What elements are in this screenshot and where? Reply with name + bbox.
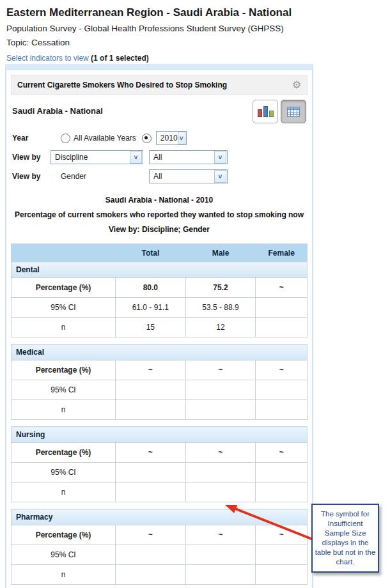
section-spacer-row bbox=[12, 420, 308, 427]
value-cell: ~ bbox=[185, 360, 256, 380]
value-cell: ~ bbox=[115, 525, 185, 545]
gender-filter-value: All bbox=[153, 172, 162, 181]
row-label: Percentage (%) bbox=[12, 525, 116, 545]
row-label: 95% CI bbox=[12, 298, 116, 318]
table-header-row: TotalMaleFemale bbox=[12, 244, 308, 262]
section-spacer-row bbox=[12, 502, 308, 509]
section-name: Medical bbox=[12, 344, 308, 360]
value-cell bbox=[256, 463, 308, 483]
value-cell bbox=[185, 545, 256, 565]
year-label: Year bbox=[12, 134, 51, 143]
value-cell bbox=[256, 565, 308, 585]
value-cell bbox=[115, 565, 185, 585]
value-cell: 75.2 bbox=[185, 278, 256, 298]
table-row: Percentage (%)~~~ bbox=[12, 360, 308, 380]
viewby-discipline-row: View by Discipline ˅ All ˅ bbox=[12, 150, 308, 165]
bar-chart-icon bbox=[258, 106, 274, 117]
table-title-line2: Percentage of current smokers who report… bbox=[11, 208, 308, 222]
table-title-line3: View by: Discipline; Gender bbox=[11, 222, 308, 237]
value-cell bbox=[185, 380, 256, 400]
annotation-callout: The symbol for Insufficient Sample Size … bbox=[311, 504, 379, 573]
table-grid-icon bbox=[287, 107, 300, 117]
value-cell bbox=[256, 318, 308, 337]
region-row: Saudi Arabia - National bbox=[12, 100, 306, 127]
table-corner-cell bbox=[12, 244, 116, 262]
indicator-select-row: Select indicators to view (1 of 1 select… bbox=[6, 54, 390, 63]
column-header: Male bbox=[185, 244, 256, 262]
all-years-radio[interactable] bbox=[61, 134, 70, 143]
table-row: n1512 bbox=[12, 318, 308, 337]
value-cell: ~ bbox=[256, 443, 308, 463]
all-years-radio-label[interactable]: All Available Years bbox=[74, 134, 136, 143]
value-cell: 15 bbox=[115, 318, 185, 337]
panel-title: Current Cigarette Smokers Who Desired to… bbox=[17, 81, 227, 89]
row-label: Percentage (%) bbox=[12, 443, 116, 463]
row-label: n bbox=[12, 400, 116, 420]
section-spacer-row bbox=[12, 337, 308, 344]
survey-subtitle: Population Survey - Global Health Profes… bbox=[6, 24, 390, 33]
table-row: Percentage (%)80.075.2~ bbox=[12, 278, 308, 298]
value-cell: 12 bbox=[185, 318, 256, 337]
row-label: n bbox=[12, 483, 116, 502]
table-row: 95% CI bbox=[12, 380, 308, 400]
value-cell: 53.5 - 88.9 bbox=[185, 298, 256, 318]
single-year-radio[interactable] bbox=[142, 134, 152, 143]
topic-label: Topic: Cessation bbox=[6, 38, 390, 47]
value-cell bbox=[115, 483, 185, 502]
chevron-down-icon: ˅ bbox=[214, 151, 226, 164]
value-cell bbox=[185, 483, 256, 502]
discipline-filter-select[interactable]: All ˅ bbox=[149, 150, 228, 164]
chart-view-button[interactable] bbox=[253, 100, 278, 123]
discipline-select-value: Discipline bbox=[55, 153, 88, 162]
year-select[interactable]: 2010 ˅ bbox=[156, 131, 187, 145]
select-indicators-link[interactable]: Select indicators to view bbox=[6, 54, 89, 63]
table-row: Percentage (%)~~~ bbox=[12, 443, 308, 463]
table-row: Percentage (%)~~~ bbox=[12, 525, 308, 545]
table-row: 95% CI bbox=[12, 463, 308, 483]
indicator-panel: Current Cigarette Smokers Who Desired to… bbox=[5, 64, 313, 588]
discipline-filter-value: All bbox=[153, 153, 162, 162]
value-cell: 61.0 - 91.1 bbox=[115, 298, 185, 318]
row-label: 95% CI bbox=[12, 463, 116, 483]
table-title-line1: Saudi Arabia - National - 2010 bbox=[11, 193, 308, 208]
value-cell bbox=[185, 400, 256, 420]
row-label: 95% CI bbox=[12, 380, 116, 400]
value-cell: 80.0 bbox=[115, 278, 185, 298]
region-title: Saudi Arabia - National bbox=[12, 100, 103, 116]
data-table: TotalMaleFemale DentalPercentage (%)80.0… bbox=[11, 244, 308, 585]
chevron-down-icon: ˅ bbox=[178, 132, 185, 144]
value-cell bbox=[185, 463, 256, 483]
discipline-select[interactable]: Discipline ˅ bbox=[51, 150, 143, 164]
gender-filter-select[interactable]: All ˅ bbox=[149, 169, 228, 183]
section-header-row: Nursing bbox=[12, 427, 308, 443]
section-header-row: Dental bbox=[12, 262, 308, 278]
table-row: n bbox=[12, 565, 308, 585]
section-name: Pharmacy bbox=[12, 509, 308, 525]
value-cell bbox=[115, 463, 185, 483]
table-title-block: Saudi Arabia - National - 2010 Percentag… bbox=[11, 193, 308, 237]
year-control-row: Year All Available Years 2010 ˅ bbox=[12, 130, 308, 146]
column-header: Total bbox=[115, 244, 185, 262]
table-row: 95% CI61.0 - 91.153.5 - 88.9 bbox=[12, 298, 308, 318]
value-cell bbox=[256, 400, 308, 420]
value-cell: ~ bbox=[256, 278, 308, 298]
year-select-value: 2010 bbox=[160, 134, 178, 143]
view-toggle-group bbox=[253, 100, 306, 123]
viewby-gender-row: View by Gender All ˅ bbox=[12, 169, 308, 184]
value-cell bbox=[256, 380, 308, 400]
section-header-row: Medical bbox=[12, 344, 308, 360]
gender-static-label: Gender bbox=[61, 172, 149, 181]
table-row: n bbox=[12, 400, 308, 420]
value-cell bbox=[256, 298, 308, 318]
chevron-down-icon: ˅ bbox=[130, 151, 142, 164]
table-view-button[interactable] bbox=[281, 100, 306, 123]
value-cell: ~ bbox=[185, 443, 256, 463]
panel-titlebar: Current Cigarette Smokers Who Desired to… bbox=[11, 75, 308, 95]
row-label: 95% CI bbox=[12, 545, 116, 565]
value-cell: ~ bbox=[256, 360, 308, 380]
table-row: n bbox=[12, 483, 308, 502]
table-body: DentalPercentage (%)80.075.2~95% CI61.0 … bbox=[12, 262, 308, 585]
gear-icon[interactable]: ⚙ bbox=[292, 80, 301, 90]
value-cell bbox=[256, 483, 308, 502]
viewby-label-1: View by bbox=[12, 153, 51, 162]
